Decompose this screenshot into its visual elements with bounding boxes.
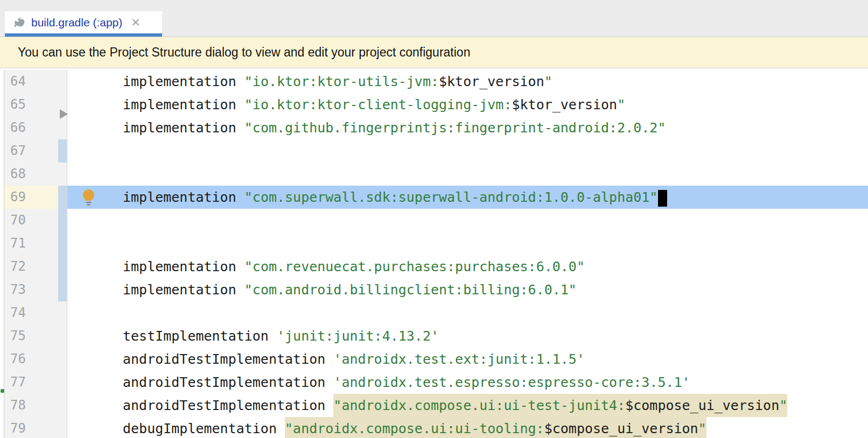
code-line-79[interactable]: 79debugImplementation "androidx.compose.… xyxy=(0,417,868,438)
code-line-72[interactable]: 72implementation "com.revenuecat.purchas… xyxy=(0,255,868,278)
vcs-change-bar[interactable] xyxy=(58,186,67,209)
code-token: " xyxy=(698,417,706,438)
code-line-67[interactable]: 67 xyxy=(0,139,868,163)
gutter: 64 xyxy=(4,70,67,93)
editor-left-strip xyxy=(0,371,4,394)
method-separator-arrow-icon xyxy=(60,109,68,119)
code-line-75[interactable]: 75testImplementation 'junit:junit:4.13.2… xyxy=(0,324,868,348)
line-number[interactable]: 69 xyxy=(4,186,26,209)
vcs-change-bar[interactable] xyxy=(58,139,67,163)
tab-build-gradle[interactable]: build.gradle (:app) ✕ xyxy=(5,11,162,33)
code-line-78[interactable]: 78androidTestImplementation "androidx.co… xyxy=(0,394,868,417)
code-line-64[interactable]: 64implementation "io.ktor:ktor-utils-jvm… xyxy=(0,70,868,93)
line-number[interactable]: 78 xyxy=(4,394,26,417)
active-tab-indicator xyxy=(5,33,162,37)
line-number[interactable]: 75 xyxy=(4,324,26,348)
code-line-70[interactable]: 70 xyxy=(0,209,868,232)
code-token: implementation xyxy=(123,120,244,136)
gutter: 79 xyxy=(4,417,67,438)
code-line-65[interactable]: 65implementation "io.ktor:ktor-client-lo… xyxy=(0,93,868,116)
code-text[interactable]: androidTestImplementation 'androidx.test… xyxy=(67,371,868,394)
editor-rows: 64implementation "io.ktor:ktor-utils-jvm… xyxy=(0,70,868,438)
line-number[interactable]: 65 xyxy=(4,93,26,116)
line-number[interactable]: 72 xyxy=(4,255,26,278)
line-number[interactable]: 73 xyxy=(4,278,26,301)
code-editor: 64implementation "io.ktor:ktor-utils-jvm… xyxy=(0,68,868,438)
code-line-73[interactable]: 73implementation "com.android.billingcli… xyxy=(0,278,868,301)
code-token: implementation xyxy=(123,74,244,89)
line-number[interactable]: 66 xyxy=(4,116,26,139)
gutter: 71 xyxy=(4,232,67,255)
code-line-69[interactable]: 69implementation "com.superwall.sdk:supe… xyxy=(0,186,868,209)
code-token: 'androidx.test.ext:junit:1.1.5' xyxy=(333,351,585,367)
tab-label: build.gradle (:app) xyxy=(31,16,122,29)
code-line-71[interactable]: 71 xyxy=(0,232,868,255)
code-token: $compose_ui_version xyxy=(544,417,698,438)
code-text[interactable]: androidTestImplementation 'androidx.test… xyxy=(67,348,868,371)
editor-left-strip xyxy=(0,163,4,186)
gradle-elephant-icon xyxy=(11,17,26,28)
code-token: " xyxy=(617,97,625,112)
code-token: " xyxy=(779,394,787,417)
line-number[interactable]: 76 xyxy=(4,348,26,371)
code-token: testImplementation xyxy=(123,328,277,344)
vcs-change-bar[interactable] xyxy=(58,255,67,278)
code-text[interactable]: implementation "com.github.fingerprintjs… xyxy=(67,116,868,139)
code-token: "io.ktor:ktor-client-logging-jvm: xyxy=(244,97,512,112)
code-line-68[interactable]: 68 xyxy=(0,163,868,186)
code-text[interactable]: implementation "com.android.billingclien… xyxy=(67,278,868,301)
code-text[interactable]: implementation "io.ktor:ktor-utils-jvm:$… xyxy=(67,70,868,93)
line-number[interactable]: 77 xyxy=(4,371,26,394)
code-text[interactable] xyxy=(67,139,868,163)
line-number[interactable]: 79 xyxy=(4,417,26,438)
vcs-change-bar[interactable] xyxy=(58,232,67,255)
editor-left-strip xyxy=(0,348,4,371)
code-line-77[interactable]: 77androidTestImplementation 'androidx.te… xyxy=(0,371,868,394)
gutter: 77 xyxy=(4,371,67,394)
line-number[interactable]: 67 xyxy=(4,139,26,163)
code-token: debugImplementation xyxy=(123,421,285,436)
line-number[interactable]: 68 xyxy=(4,163,26,186)
vcs-change-bar[interactable] xyxy=(58,209,67,232)
close-icon[interactable]: ✕ xyxy=(131,17,141,28)
code-text[interactable]: testImplementation 'junit:junit:4.13.2' xyxy=(67,324,868,348)
code-line-76[interactable]: 76androidTestImplementation 'androidx.te… xyxy=(0,348,868,371)
code-text[interactable] xyxy=(67,163,868,186)
code-token: implementation xyxy=(123,282,244,298)
line-number[interactable]: 70 xyxy=(4,209,26,232)
code-token: "com.github.fingerprintjs:fingerprint-an… xyxy=(244,120,666,136)
editor-tab-bar: build.gradle (:app) ✕ xyxy=(0,0,868,37)
gutter: 75 xyxy=(4,324,67,348)
line-number[interactable]: 71 xyxy=(4,232,26,255)
code-token: androidTestImplementation xyxy=(123,398,333,413)
line-number[interactable]: 64 xyxy=(4,70,26,93)
vcs-change-bar[interactable] xyxy=(58,278,67,301)
vcs-change-dot[interactable] xyxy=(1,389,4,393)
notification-banner: You can use the Project Structure dialog… xyxy=(0,37,868,68)
code-token: 'androidx.test.espresso:espresso-core:3.… xyxy=(333,375,690,390)
editor-left-strip xyxy=(0,209,4,232)
code-text[interactable] xyxy=(67,301,868,324)
text-cursor xyxy=(658,190,667,207)
code-text[interactable] xyxy=(67,209,868,232)
code-text[interactable]: debugImplementation "androidx.compose.ui… xyxy=(67,417,868,438)
intention-bulb-icon[interactable] xyxy=(81,189,96,206)
code-text[interactable]: androidTestImplementation "androidx.comp… xyxy=(67,394,868,417)
code-line-66[interactable]: 66implementation "com.github.fingerprint… xyxy=(0,116,868,139)
code-text[interactable]: implementation "com.superwall.sdk:superw… xyxy=(67,186,868,209)
gutter: 69 xyxy=(4,186,67,209)
code-text[interactable]: implementation "io.ktor:ktor-client-logg… xyxy=(67,93,868,116)
code-token: "androidx.compose.ui:ui-test-junit4: xyxy=(333,394,625,417)
editor-left-strip xyxy=(0,232,4,255)
code-token: "androidx.compose.ui:ui-tooling: xyxy=(285,417,544,438)
line-number[interactable]: 74 xyxy=(4,301,26,324)
code-line-74[interactable]: 74 xyxy=(0,301,868,324)
gutter: 70 xyxy=(4,209,67,232)
editor-left-strip xyxy=(0,394,4,417)
code-text[interactable] xyxy=(67,232,868,255)
code-token: " xyxy=(544,74,552,89)
code-text[interactable]: implementation "com.revenuecat.purchases… xyxy=(67,255,868,278)
code-token: $compose_ui_version xyxy=(625,394,779,417)
code-token: "com.revenuecat.purchases:purchases:6.0.… xyxy=(244,259,585,274)
editor-left-strip xyxy=(0,70,4,93)
